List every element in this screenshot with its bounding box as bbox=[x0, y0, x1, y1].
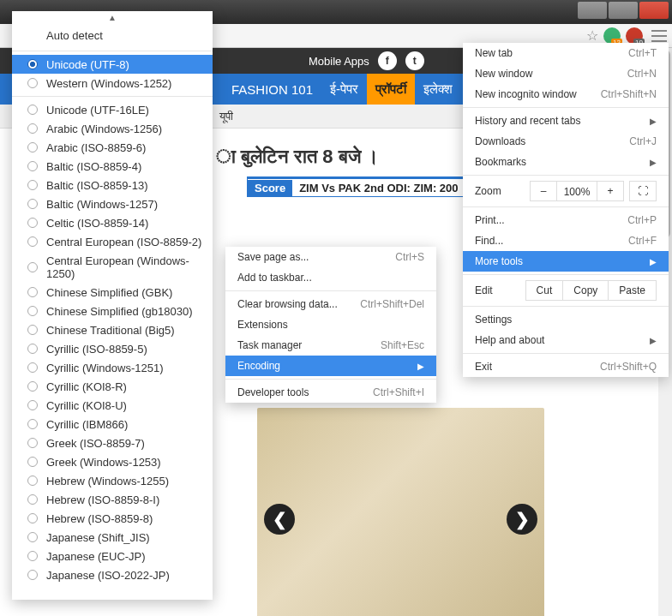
window-close-button[interactable] bbox=[639, 2, 669, 19]
encoding-option[interactable]: Japanese (ISO-2022-JP) bbox=[12, 565, 213, 584]
encoding-option[interactable]: Baltic (ISO-8859-4) bbox=[12, 157, 213, 176]
encoding-option[interactable]: Arabic (ISO-8859-6) bbox=[12, 138, 213, 157]
encoding-option[interactable]: Central European (Windows-1250) bbox=[12, 251, 213, 283]
score-label: Score bbox=[248, 180, 292, 196]
radio-icon bbox=[27, 532, 38, 542]
menu-settings[interactable]: Settings bbox=[463, 309, 669, 330]
cat-election[interactable]: इलेक्श bbox=[415, 74, 461, 105]
radio-icon bbox=[27, 362, 38, 373]
menu-print[interactable]: Print...Ctrl+P bbox=[463, 210, 669, 230]
encoding-option[interactable]: Hebrew (ISO-8859-8) bbox=[12, 509, 213, 528]
extension-icon-2[interactable] bbox=[626, 27, 643, 45]
edit-cut-button[interactable]: Cut bbox=[525, 280, 564, 301]
encoding-option-label: Arabic (ISO-8859-6) bbox=[46, 141, 146, 154]
menu-incognito[interactable]: New incognito windowCtrl+Shift+N bbox=[463, 84, 669, 105]
menu-new-window[interactable]: New windowCtrl+N bbox=[463, 63, 669, 84]
encoding-option[interactable]: Unicode (UTF-16LE) bbox=[12, 100, 213, 119]
radio-icon bbox=[27, 475, 38, 486]
more-tools-submenu: Save page as...Ctrl+S Add to taskbar... … bbox=[225, 247, 436, 403]
encoding-option[interactable]: Cyrillic (Windows-1251) bbox=[12, 358, 213, 377]
submenu-devtools[interactable]: Developer toolsCtrl+Shift+I bbox=[225, 382, 436, 403]
menu-exit[interactable]: ExitCtrl+Shift+Q bbox=[463, 356, 669, 377]
edit-paste-button[interactable]: Paste bbox=[608, 280, 657, 301]
mobile-apps-link[interactable]: Mobile Apps bbox=[309, 55, 369, 68]
encoding-option[interactable]: Central European (ISO-8859-2) bbox=[12, 232, 213, 251]
menu-help[interactable]: Help and about▶ bbox=[463, 330, 669, 350]
chrome-menu-button[interactable] bbox=[651, 30, 667, 42]
submenu-extensions[interactable]: Extensions bbox=[225, 314, 436, 335]
radio-icon bbox=[27, 262, 38, 272]
encoding-option-label: Japanese (EUC-JP) bbox=[46, 550, 146, 563]
encoding-option-label: Celtic (ISO-8859-14) bbox=[46, 217, 148, 230]
score-text[interactable]: ZIM Vs PAK 2nd ODI: ZIM: 200 bbox=[292, 182, 465, 194]
encoding-option[interactable]: Baltic (ISO-8859-13) bbox=[12, 176, 213, 194]
encoding-option[interactable]: Chinese Simplified (gb18030) bbox=[12, 302, 213, 320]
encoding-option-label: Greek (ISO-8859-7) bbox=[46, 437, 145, 450]
menu-downloads[interactable]: DownloadsCtrl+J bbox=[463, 131, 669, 152]
menu-more-tools[interactable]: More tools▶ bbox=[463, 251, 669, 272]
encoding-option[interactable]: Cyrillic (KOI8-U) bbox=[12, 396, 213, 415]
radio-icon bbox=[27, 236, 38, 247]
extension-icon-1[interactable] bbox=[603, 27, 621, 45]
radio-icon bbox=[27, 180, 38, 190]
encoding-option-label: Japanese (Shift_JIS) bbox=[46, 531, 150, 544]
encoding-option[interactable]: Celtic (ISO-8859-14) bbox=[12, 213, 213, 232]
submenu-task-manager[interactable]: Task managerShift+Esc bbox=[225, 335, 436, 356]
submenu-encoding[interactable]: Encoding▶ bbox=[225, 356, 436, 376]
bookmark-star-icon[interactable]: ☆ bbox=[586, 27, 598, 44]
fullscreen-button[interactable]: ⛶ bbox=[629, 181, 657, 201]
cat-property[interactable]: प्रॉपर्टी bbox=[367, 74, 415, 105]
radio-icon bbox=[27, 123, 38, 134]
encoding-submenu: ▲ Auto detect Unicode (UTF-8)Western (Wi… bbox=[12, 11, 213, 600]
facebook-icon[interactable]: f bbox=[378, 51, 397, 70]
article-image: ❮ ❯ bbox=[257, 408, 544, 616]
encoding-option[interactable]: Japanese (Shift_JIS) bbox=[12, 528, 213, 547]
encoding-option[interactable]: Cyrillic (KOI8-R) bbox=[12, 377, 213, 396]
radio-icon bbox=[27, 513, 38, 523]
submenu-save-as[interactable]: Save page as...Ctrl+S bbox=[225, 247, 436, 267]
menu-history[interactable]: History and recent tabs▶ bbox=[463, 111, 669, 131]
window-minimize-button[interactable] bbox=[578, 2, 607, 19]
menu-bookmarks[interactable]: Bookmarks▶ bbox=[463, 152, 669, 172]
carousel-next-icon[interactable]: ❯ bbox=[507, 504, 537, 535]
edit-copy-button[interactable]: Copy bbox=[562, 280, 609, 301]
radio-icon bbox=[27, 218, 38, 228]
cat-epaper[interactable]: ई-पेपर bbox=[321, 74, 367, 105]
encoding-option[interactable]: Hebrew (ISO-8859-8-I) bbox=[12, 490, 213, 509]
encoding-option[interactable]: Cyrillic (ISO-8859-5) bbox=[12, 339, 213, 358]
menu-scroll-up-icon[interactable]: ▲ bbox=[12, 11, 213, 24]
encoding-option-label: Cyrillic (IBM866) bbox=[46, 418, 128, 431]
encoding-option[interactable]: Greek (ISO-8859-7) bbox=[12, 434, 213, 452]
radio-icon bbox=[27, 105, 38, 115]
carousel-prev-icon[interactable]: ❮ bbox=[264, 504, 295, 535]
zoom-out-button[interactable]: – bbox=[530, 181, 557, 201]
cat-fashion[interactable]: FASHION 101 bbox=[223, 74, 321, 105]
encoding-option[interactable]: Chinese Simplified (GBK) bbox=[12, 283, 213, 302]
radio-icon bbox=[27, 381, 38, 392]
encoding-auto-detect[interactable]: Auto detect bbox=[12, 24, 213, 47]
menu-new-tab[interactable]: New tabCtrl+T bbox=[463, 43, 669, 63]
chrome-main-menu: New tabCtrl+T New windowCtrl+N New incog… bbox=[463, 43, 669, 377]
window-maximize-button[interactable] bbox=[609, 2, 638, 19]
twitter-icon[interactable]: t bbox=[405, 51, 424, 70]
encoding-option[interactable]: Greek (Windows-1253) bbox=[12, 452, 213, 471]
menu-find[interactable]: Find...Ctrl+F bbox=[463, 230, 669, 251]
encoding-option[interactable]: Western (Windows-1252) bbox=[12, 74, 213, 93]
submenu-add-taskbar[interactable]: Add to taskbar... bbox=[225, 267, 436, 288]
radio-icon bbox=[27, 325, 38, 335]
zoom-in-button[interactable]: + bbox=[597, 181, 624, 201]
encoding-option[interactable]: Cyrillic (IBM866) bbox=[12, 415, 213, 434]
encoding-option-label: Hebrew (ISO-8859-8) bbox=[46, 512, 153, 525]
encoding-option[interactable]: Baltic (Windows-1257) bbox=[12, 194, 213, 213]
encoding-option-label: Hebrew (Windows-1255) bbox=[46, 475, 169, 487]
encoding-option[interactable]: Japanese (EUC-JP) bbox=[12, 547, 213, 565]
submenu-clear-data[interactable]: Clear browsing data...Ctrl+Shift+Del bbox=[225, 294, 436, 314]
encoding-option[interactable]: Unicode (UTF-8) bbox=[12, 55, 213, 74]
radio-icon bbox=[27, 199, 38, 209]
sub-up[interactable]: यूपी bbox=[219, 110, 233, 123]
encoding-option[interactable]: Arabic (Windows-1256) bbox=[12, 119, 213, 138]
encoding-option-label: Baltic (Windows-1257) bbox=[46, 198, 158, 211]
encoding-option-label: Western (Windows-1252) bbox=[46, 77, 171, 90]
encoding-option[interactable]: Chinese Traditional (Big5) bbox=[12, 320, 213, 339]
encoding-option[interactable]: Hebrew (Windows-1255) bbox=[12, 471, 213, 490]
